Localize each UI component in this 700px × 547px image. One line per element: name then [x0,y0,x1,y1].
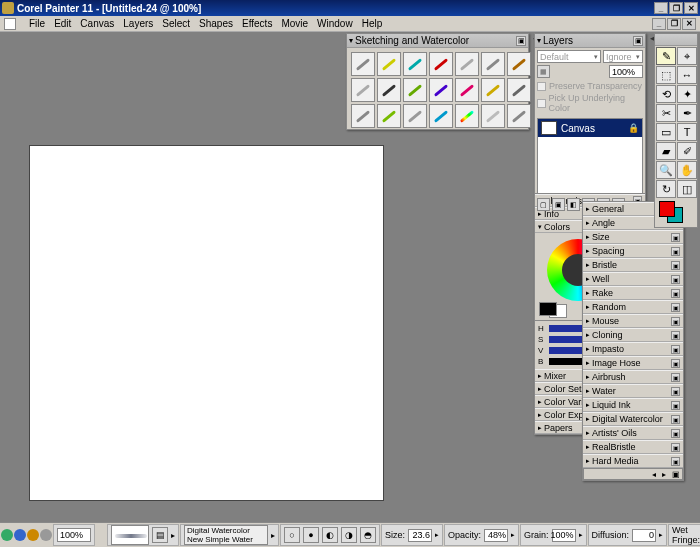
menu-layers[interactable]: Layers [123,18,153,29]
brush-variant[interactable] [429,104,453,128]
brush-variant[interactable] [403,52,427,76]
fg-color-swatch[interactable] [659,201,675,217]
layers-collapse[interactable]: ▣ [633,36,643,46]
menu-file[interactable]: File [29,18,45,29]
brush-variant[interactable] [377,104,401,128]
opacity-field[interactable]: 48% [484,529,508,542]
dab-shape-icon[interactable]: ◑ [341,527,357,543]
layer-btn[interactable]: ▣ [552,198,565,211]
dropper-tool[interactable]: ⌖ [677,47,697,65]
preserve-transparency-checkbox[interactable]: Preserve Transparency [537,80,643,92]
hand-tool[interactable]: ✋ [677,161,697,179]
maximize-button[interactable]: ❐ [669,2,683,14]
brush-variant[interactable] [351,78,375,102]
dab-shape-icon[interactable]: ◓ [360,527,376,543]
prop-hard-media[interactable]: Hard Media▣ [583,454,683,468]
layers-header[interactable]: Layers ▣ [535,34,645,48]
menu-movie[interactable]: Movie [281,18,308,29]
brush-variant[interactable] [429,78,453,102]
prop-mouse[interactable]: Mouse▣ [583,314,683,328]
diffusion-menu-icon[interactable]: ▸ [659,531,663,539]
text-tool[interactable]: T [677,123,697,141]
brush-variant[interactable] [455,104,479,128]
brush-category-menu-icon[interactable]: ▸ [171,531,175,540]
brush-category-icon[interactable]: ▤ [152,527,168,543]
brush-variant[interactable] [351,52,375,76]
layer-btn[interactable]: ▢ [537,198,550,211]
menu-shapes[interactable]: Shapes [199,18,233,29]
prop-rake[interactable]: Rake▣ [583,286,683,300]
pen-tool[interactable]: ✒ [677,104,697,122]
menu-effects[interactable]: Effects [242,18,272,29]
color-swatches[interactable] [657,201,695,225]
primary-color-swatch[interactable] [539,302,557,316]
brush-variant-menu-icon[interactable]: ▸ [271,531,275,540]
eyedropper-tool[interactable]: ✐ [677,142,697,160]
close-button[interactable]: ✕ [684,2,698,14]
layer-misc-button[interactable]: ▦ [537,65,550,78]
zoom-field[interactable]: 100% [57,528,91,542]
brush-variant[interactable] [403,104,427,128]
prop-realbristle[interactable]: RealBristle▣ [583,440,683,454]
prop-water[interactable]: Water▣ [583,384,683,398]
dab-shape-icon[interactable]: ○ [284,527,300,543]
diffusion-field[interactable]: 0 [632,529,656,542]
mdi-close-button[interactable]: ✕ [682,18,696,30]
brush-info[interactable]: Digital Watercolor New Simple Water [184,525,268,545]
brush-tool[interactable]: ✎ [656,47,676,65]
prop-bristle[interactable]: Bristle▣ [583,258,683,272]
brush-variant[interactable] [351,104,375,128]
bucket-tool[interactable]: ▰ [656,142,676,160]
layer-list[interactable]: Canvas 🔒 [537,118,643,194]
prop-liquid-ink[interactable]: Liquid Ink▣ [583,398,683,412]
layer-item-canvas[interactable]: Canvas 🔒 [538,119,642,137]
brush-variant[interactable] [377,52,401,76]
menu-select[interactable]: Select [162,18,190,29]
mdi-restore-button[interactable]: ❐ [667,18,681,30]
dab-shape-icon[interactable]: ◐ [322,527,338,543]
selection-tool[interactable]: ⬚ [656,66,676,84]
prop-random[interactable]: Random▣ [583,300,683,314]
brush-variant[interactable] [377,78,401,102]
prop-digital-watercolor[interactable]: Digital Watercolor▣ [583,412,683,426]
prop-airbrush[interactable]: Airbrush▣ [583,370,683,384]
brush-panel-header[interactable]: Sketching and Watercolor ▣ [347,34,528,48]
prop-spacing[interactable]: Spacing▣ [583,244,683,258]
prop-well[interactable]: Well▣ [583,272,683,286]
prop-artists-oils[interactable]: Artists' Oils▣ [583,426,683,440]
opacity-menu-icon[interactable]: ▸ [511,531,515,539]
brush-variant[interactable] [507,78,531,102]
brush-variant[interactable] [507,104,531,128]
prop-size[interactable]: Size▣ [583,230,683,244]
menu-window[interactable]: Window [317,18,353,29]
mask-mode-dropdown[interactable]: Ignore [603,50,643,63]
brush-variant[interactable] [403,78,427,102]
crop-tool[interactable]: ✂ [656,104,676,122]
brush-variant[interactable] [455,52,479,76]
prop-menu-icon[interactable]: ▣ [672,470,680,479]
shape-tool[interactable]: ▭ [656,123,676,141]
pickup-color-checkbox[interactable]: Pick Up Underlying Color [537,92,643,114]
brush-variant[interactable] [481,52,505,76]
prop-impasto[interactable]: Impasto▣ [583,342,683,356]
layer-opacity-field[interactable]: 100% [609,65,643,78]
grain-menu-icon[interactable]: ▸ [579,531,583,539]
prop-cloning[interactable]: Cloning▣ [583,328,683,342]
prop-image-hose[interactable]: Image Hose▣ [583,356,683,370]
lasso-tool[interactable]: ⟲ [656,85,676,103]
size-menu-icon[interactable]: ▸ [435,531,439,539]
toolbox-header[interactable] [655,34,697,46]
perspective-tool[interactable]: ◫ [677,180,697,198]
brush-variant[interactable] [455,78,479,102]
grain-field[interactable]: 100% [552,529,576,542]
canvas[interactable] [29,145,384,501]
menu-edit[interactable]: Edit [54,18,71,29]
size-field[interactable]: 23.6 [408,529,432,542]
zoom-tool[interactable]: 🔍 [656,161,676,179]
minimize-button[interactable]: _ [654,2,668,14]
adjuster-tool[interactable]: ↔ [677,66,697,84]
layer-btn[interactable]: ◧ [567,198,580,211]
wand-tool[interactable]: ✦ [677,85,697,103]
brush-variant[interactable] [507,52,531,76]
brush-variant[interactable] [429,52,453,76]
